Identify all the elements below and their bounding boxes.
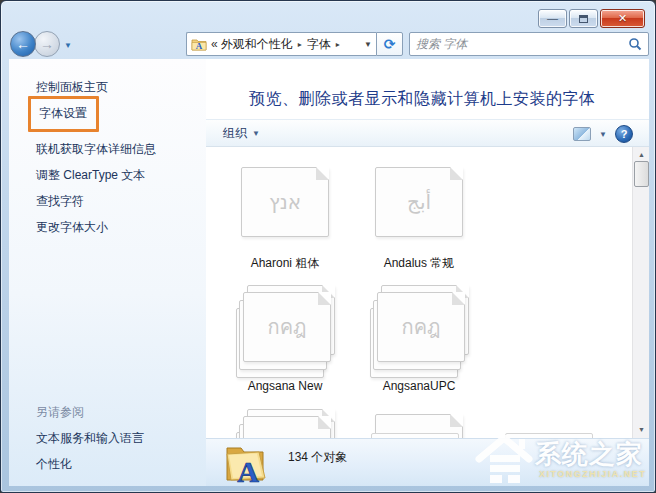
- breadcrumb-collapse-chevrons[interactable]: «: [211, 37, 218, 51]
- restore-icon: [579, 15, 588, 23]
- scrollbar-thumb[interactable]: [634, 161, 649, 187]
- page-title: 预览、删除或者显示和隐藏计算机上安装的字体: [249, 89, 596, 110]
- command-toolbar: 组织 ▼ ▼ ?: [206, 119, 649, 147]
- search-icon[interactable]: [628, 37, 642, 51]
- search-placeholder: 搜索 字体: [416, 36, 628, 53]
- address-row: ← → ▼ A « 外观和个性化 ▸ 字体 ▸ ▼ ⟳ 搜索 字体: [1, 30, 655, 58]
- client-area: 控制面板主页 字体设置 联机获取字体详细信息 调整 ClearType 文本 查…: [9, 59, 649, 486]
- sidebar-item-font-settings[interactable]: 字体设置: [39, 105, 87, 122]
- font-file-icon: أبج: [375, 167, 463, 237]
- font-tile[interactable]: אנץ Aharoni 粗体: [222, 155, 348, 272]
- breadcrumb[interactable]: A « 外观和个性化 ▸ 字体 ▸ ▼: [186, 32, 376, 56]
- address-dropdown-icon[interactable]: ▼: [364, 40, 372, 49]
- watermark-title: 系统之家: [535, 437, 643, 472]
- font-tile[interactable]: กคฎ AngsanaUPC: [356, 278, 482, 395]
- fonts-folder-icon: A: [221, 440, 269, 486]
- sidebar-item-online-font-info[interactable]: 联机获取字体详细信息: [36, 141, 156, 158]
- font-grid: אנץ Aharoni 粗体 أبج Andalus 常规: [218, 155, 618, 438]
- window-frame-bottom: [1, 484, 655, 492]
- font-name: Andalus 常规: [384, 255, 455, 272]
- sidebar-item-find-character[interactable]: 查找字符: [36, 193, 84, 210]
- font-name: Angsana New: [248, 378, 323, 395]
- font-tile[interactable]: أبج Andalus 常规: [356, 155, 482, 272]
- breadcrumb-separator-icon[interactable]: ▸: [336, 40, 340, 49]
- highlight-box: 字体设置: [28, 96, 99, 132]
- breadcrumb-item-fonts[interactable]: 字体: [307, 36, 331, 53]
- views-dropdown-icon[interactable]: ▼: [599, 130, 607, 139]
- content-pane: 预览、删除或者显示和隐藏计算机上安装的字体 组织 ▼ ▼ ?: [206, 59, 649, 486]
- font-file-icon: אנץ: [241, 167, 329, 237]
- restore-button[interactable]: [569, 9, 598, 28]
- svg-text:A: A: [196, 41, 203, 51]
- back-button[interactable]: ←: [10, 31, 36, 57]
- sidebar-item-change-font-size[interactable]: 更改字体大小: [36, 219, 108, 236]
- item-count: 134 个对象: [288, 449, 347, 466]
- forward-button[interactable]: →: [34, 31, 60, 57]
- recent-pages-dropdown-icon[interactable]: ▼: [64, 41, 72, 50]
- task-pane: 控制面板主页 字体设置 联机获取字体详细信息 调整 ClearType 文本 查…: [9, 59, 206, 486]
- sidebar-item-control-panel-home[interactable]: 控制面板主页: [36, 79, 108, 96]
- views-icon[interactable]: [573, 127, 591, 141]
- breadcrumb-item-appearance[interactable]: 外观和个性化: [221, 36, 293, 53]
- font-list: אנץ Aharoni 粗体 أبج Andalus 常规: [206, 147, 649, 438]
- watermark: 系统之家 XITONGZHIJIA.NET: [473, 429, 651, 485]
- watermark-subtitle: XITONGZHIJIA.NET: [539, 469, 646, 479]
- font-name: Aharoni 粗体: [251, 255, 320, 272]
- search-input[interactable]: 搜索 字体: [409, 32, 649, 56]
- font-tile[interactable]: กคฎ Angsana New: [222, 278, 348, 395]
- fonts-folder-mini-icon: A: [191, 37, 207, 51]
- font-name: AngsanaUPC: [383, 378, 456, 395]
- sidebar-item-text-services[interactable]: 文本服务和输入语言: [36, 430, 144, 447]
- organize-label: 组织: [223, 125, 247, 142]
- help-button[interactable]: ?: [615, 125, 633, 143]
- close-button[interactable]: ✕: [600, 9, 645, 28]
- vertical-scrollbar[interactable]: ▲ ▼: [632, 147, 649, 438]
- house-logo-icon: [475, 429, 533, 485]
- font-tile[interactable]: अबक Aparajita: [222, 402, 348, 438]
- heading-area: 预览、删除或者显示和隐藏计算机上安装的字体: [206, 59, 649, 119]
- chevron-down-icon: ▼: [252, 129, 260, 138]
- svg-text:A: A: [237, 455, 259, 486]
- minimize-button[interactable]: —: [538, 9, 567, 28]
- breadcrumb-separator-icon[interactable]: ▸: [298, 40, 302, 49]
- sidebar-item-adjust-cleartype[interactable]: 调整 ClearType 文本: [36, 167, 145, 184]
- sidebar-item-personalization[interactable]: 个性化: [36, 456, 72, 473]
- fonts-control-panel-window: — ✕ ← → ▼ A « 外观和个性化 ▸ 字体 ▸ ▼ ⟳ 搜索 字体: [0, 0, 656, 493]
- see-also-header: 另请参阅: [36, 404, 84, 421]
- organize-menu-button[interactable]: 组织 ▼: [223, 125, 260, 142]
- title-bar[interactable]: — ✕: [1, 1, 655, 31]
- refresh-button[interactable]: ⟳: [376, 32, 403, 56]
